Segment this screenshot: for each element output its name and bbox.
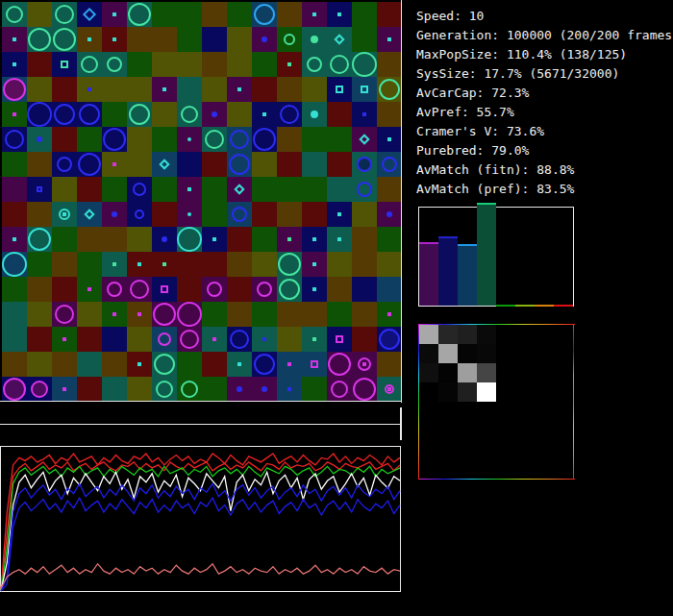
organism-filled-circle: [187, 212, 191, 216]
organism-dot: [137, 312, 141, 316]
heatmap-cell: [496, 382, 515, 402]
heatmap-cell: [477, 459, 496, 479]
heatmap-cell: [554, 402, 573, 421]
organism-dot: [237, 87, 241, 91]
organism-dot: [112, 262, 116, 266]
heatmap-cell: [515, 325, 535, 344]
species-bar-cap: [458, 244, 477, 246]
organism-circle: [230, 330, 249, 349]
organism-dot: [12, 237, 16, 241]
heatmap-cell: [458, 402, 477, 421]
terrain-cell: [2, 202, 27, 227]
organism-circle: [331, 381, 348, 398]
terrain-cell: [202, 377, 227, 402]
species-bar: [438, 236, 458, 306]
metric-series-blue-upper: [1, 483, 400, 591]
terrain-cell: [252, 152, 277, 177]
organism-dot: [362, 362, 366, 366]
terrain-cell: [327, 102, 352, 127]
metric-series-white: [1, 472, 400, 591]
terrain-cell: [302, 152, 327, 177]
organism-dot: [87, 87, 91, 91]
organism-dot: [387, 137, 391, 141]
terrain-cell: [327, 302, 352, 327]
organism-dot: [262, 112, 266, 116]
heatmap-cell: [438, 382, 458, 402]
terrain-cell: [327, 252, 352, 277]
terrain-cell: [152, 52, 177, 77]
terrain-cell: [227, 277, 252, 302]
heatmap-cell: [496, 402, 515, 421]
terrain-cell: [227, 227, 252, 252]
heatmap-cell: [515, 363, 535, 382]
organism-circle: [379, 79, 400, 100]
terrain-cell: [77, 127, 102, 152]
grid-right-border: [401, 0, 402, 403]
terrain-cell: [252, 302, 277, 327]
heatmap-cell: [438, 421, 458, 440]
stat-line: AvPref: 55.7%: [416, 103, 666, 122]
organism-circle: [232, 207, 247, 222]
organism-circle: [253, 128, 276, 151]
organism-dot: [387, 312, 391, 316]
terrain-cell: [252, 177, 277, 202]
organism-circle: [128, 3, 151, 26]
organism-dot: [212, 337, 216, 341]
terrain-cell: [302, 377, 327, 402]
terrain-cell: [277, 127, 302, 152]
terrain-cell: [377, 2, 402, 27]
empty-species-baseline: [535, 305, 554, 307]
heatmap-cell: [554, 440, 573, 459]
terrain-cell: [2, 302, 27, 327]
organism-dot: [112, 12, 116, 16]
heatmap-cell: [554, 421, 573, 440]
metrics-line-chart: [0, 446, 402, 593]
organism-circle: [28, 228, 51, 251]
terrain-cell: [77, 377, 102, 402]
organism-circle: [103, 128, 126, 151]
organism-dot: [337, 12, 341, 16]
organism-circle: [79, 104, 100, 125]
heatmap-cell: [419, 363, 438, 382]
organism-dot: [237, 362, 241, 366]
heatmap-cell: [438, 402, 458, 421]
organism-filled-circle: [262, 386, 267, 392]
terrain-cell: [27, 2, 52, 27]
heatmap-cell: [419, 421, 438, 440]
organism-circle: [31, 381, 48, 398]
terrain-cell: [127, 27, 152, 52]
organism-circle: [2, 252, 27, 277]
heatmap-cell: [419, 402, 438, 421]
terrain-cell: [102, 77, 127, 102]
terrain-cell: [2, 327, 27, 352]
metric-series-blue-lower: [1, 498, 400, 591]
heatmap-cell: [438, 440, 458, 459]
preference-heatmap: [418, 324, 574, 480]
terrain-cell: [352, 277, 377, 302]
organism-dot: [362, 112, 366, 116]
stat-line: SysSize: 17.7% (5671/32000): [416, 64, 666, 84]
terrain-cell: [202, 302, 227, 327]
terrain-cell: [377, 277, 402, 302]
organism-square: [361, 86, 368, 93]
terrain-cell: [277, 327, 302, 352]
terrain-cell: [177, 277, 202, 302]
stat-line: Cramer's V: 73.6%: [416, 122, 666, 141]
organism-square: [336, 335, 343, 343]
terrain-cell: [252, 202, 277, 227]
organism-dot: [12, 112, 16, 116]
terrain-cell: [152, 27, 177, 52]
species-bar: [458, 244, 477, 306]
terrain-cell: [27, 52, 52, 77]
terrain-cell: [352, 2, 377, 27]
species-bar-cap: [477, 203, 496, 205]
organism-square: [161, 285, 168, 293]
terrain-cell: [52, 77, 77, 102]
grid-bottom-border: [0, 401, 402, 402]
terrain-cell: [352, 202, 377, 227]
terrain-cell: [127, 52, 152, 77]
terrain-cell: [377, 352, 402, 377]
terrain-cell: [377, 177, 402, 202]
terrain-cell: [227, 2, 252, 27]
organism-circle: [107, 57, 122, 72]
